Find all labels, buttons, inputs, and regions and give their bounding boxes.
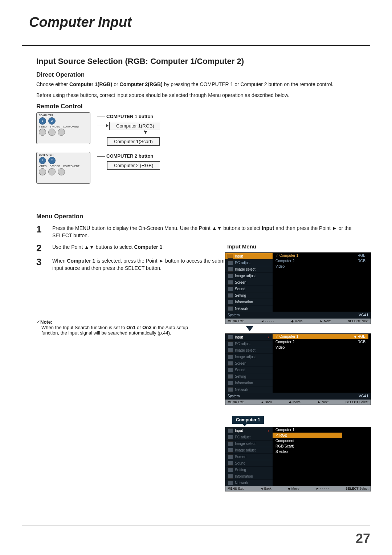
setting-icon <box>228 374 233 379</box>
direct-operation-text: Choose either Computer 1(RGB) or Compute… <box>36 81 356 88</box>
computer2-callouts: COMPUTER 2 button Computer 2 (RGB) <box>97 152 160 171</box>
computer1-callouts: COMPUTER 1 button Computer 1(RGB) Comput… <box>97 112 161 147</box>
computer-2-button[interactable]: 2 <box>48 157 56 164</box>
computer-1-button[interactable]: 1 <box>39 157 46 164</box>
pc-adjust-icon <box>228 341 233 346</box>
component-button[interactable] <box>58 129 65 136</box>
setting-icon <box>228 467 233 472</box>
direct-operation-heading: Direct Operation <box>36 71 370 78</box>
computer1-rgb-option: Computer 1(RGB) <box>109 122 161 130</box>
arrow-right-icon <box>106 124 109 127</box>
video-button[interactable] <box>39 129 46 136</box>
computer1-scart-option: Computer 1(Scart) <box>107 137 160 146</box>
remote-row-1: COMPUTER 1 2 VIDEO S-VIDEO COMPONENT COM… <box>36 112 370 147</box>
video-button[interactable] <box>39 168 46 175</box>
chevron-right-icon: › <box>268 254 270 258</box>
image-select-icon <box>228 267 233 272</box>
information-icon <box>228 474 233 479</box>
chevron-left-icon: ‹ <box>268 429 270 433</box>
osd-screenshot-3: Input‹ PC adjust Image select Image adju… <box>225 427 371 491</box>
osd-footer: MENU Exit ◄ Back ◆ Move ► Next SELECT Se… <box>225 400 371 405</box>
chevron-left-icon: ‹ <box>268 335 270 339</box>
screen-icon <box>228 280 233 285</box>
information-icon <box>228 300 233 304</box>
computer2-rgb-option: Computer 2 (RGB) <box>107 161 160 170</box>
remote-control-2: COMPUTER 1 2 VIDEO S-VIDEO COMPONENT <box>36 152 90 184</box>
check-icon: ✓ <box>36 319 40 325</box>
direct-operation-note: Before using these buttons, correct inpu… <box>36 92 356 99</box>
network-icon <box>228 306 233 311</box>
title-rule <box>22 45 370 46</box>
sound-icon <box>228 461 233 466</box>
svideo-button[interactable] <box>48 129 56 136</box>
footer-rule <box>22 526 370 526</box>
information-icon <box>228 381 233 385</box>
image-adjust-icon <box>228 448 233 453</box>
arrow-down-icon <box>126 131 161 136</box>
sound-icon <box>228 287 233 291</box>
osd-footer: MENU Exit ◄ - - - - - ◆ Move ► Next SELE… <box>225 319 371 324</box>
image-adjust-icon <box>228 274 233 278</box>
setting-icon <box>228 293 233 298</box>
component-button[interactable] <box>58 168 65 175</box>
menu-operation-heading: Menu Operation <box>36 213 370 220</box>
page-number: 27 <box>356 531 370 546</box>
image-select-icon <box>228 441 233 446</box>
input-icon <box>228 254 233 259</box>
network-icon <box>228 387 233 392</box>
image-select-icon <box>228 348 233 353</box>
osd-screenshot-2: Input‹ PC adjust Image select Image adju… <box>225 333 371 405</box>
osd-screenshot-1: Input› PC adjust Image select Image adju… <box>225 252 371 324</box>
sound-icon <box>228 368 233 372</box>
screen-icon <box>228 361 233 366</box>
input-menu-title: Input Menu <box>227 243 370 250</box>
pc-adjust-icon <box>228 435 233 439</box>
computer1-flag: Computer 1 <box>232 416 264 424</box>
page-title: Computer Input <box>29 15 370 30</box>
input-icon <box>228 428 233 433</box>
image-adjust-icon <box>228 355 233 359</box>
remote-control-1: COMPUTER 1 2 VIDEO S-VIDEO COMPONENT <box>36 112 90 144</box>
section-title: Input Source Selection (RGB: Computer 1/… <box>36 57 370 66</box>
remote-control-heading: Remote Control <box>36 103 370 110</box>
computer-2-button[interactable]: 2 <box>48 117 56 125</box>
network-icon <box>228 481 233 485</box>
svideo-button[interactable] <box>48 168 56 175</box>
pc-adjust-icon <box>228 260 233 265</box>
input-menu-figures: Input Menu Input› PC adjust Image select… <box>225 243 370 501</box>
osd-footer: MENU Exit ◄ Back ◆ Move ► - - - - - SELE… <box>225 486 371 491</box>
computer-1-button[interactable]: 1 <box>39 117 46 125</box>
screen-icon <box>228 454 233 459</box>
input-icon <box>228 335 233 340</box>
step-1: 1 Press the MENU button to display the O… <box>36 224 356 239</box>
arrow-down-icon <box>246 326 253 331</box>
remote-row-2: COMPUTER 1 2 VIDEO S-VIDEO COMPONENT COM… <box>36 152 370 184</box>
